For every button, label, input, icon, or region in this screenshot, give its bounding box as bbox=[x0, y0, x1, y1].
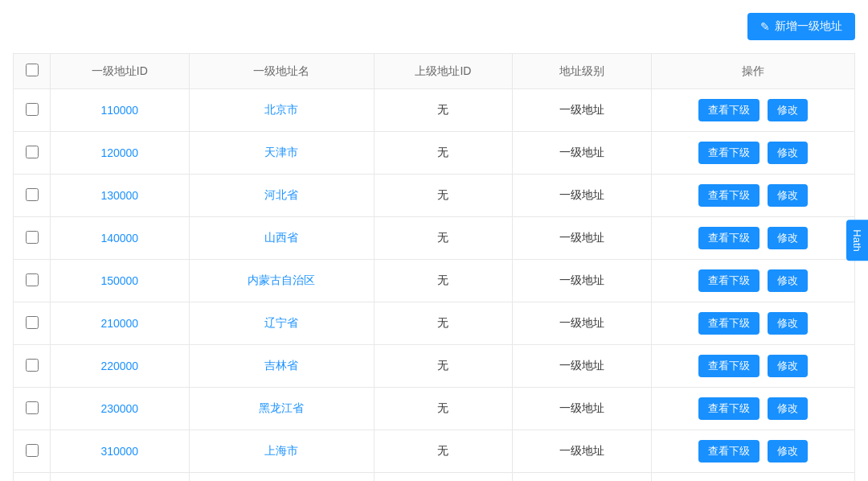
row-checkbox[interactable] bbox=[26, 444, 39, 457]
table-row: 130000 河北省 无 一级地址 查看下级 修改 bbox=[14, 175, 855, 217]
row-parent-id: 无 bbox=[374, 430, 513, 473]
row-level: 一级地址 bbox=[513, 89, 652, 132]
view-sub-button[interactable]: 查看下级 bbox=[698, 397, 760, 420]
row-checkbox-cell bbox=[14, 260, 51, 302]
row-level: 一级地址 bbox=[513, 473, 652, 482]
row-checkbox-cell bbox=[14, 388, 51, 430]
header-action: 操作 bbox=[651, 54, 854, 89]
row-id: 220000 bbox=[51, 345, 190, 388]
row-id: 320000 bbox=[51, 473, 190, 482]
row-name: 河北省 bbox=[189, 175, 374, 217]
view-sub-button[interactable]: 查看下级 bbox=[698, 142, 760, 164]
row-checkbox[interactable] bbox=[26, 146, 39, 158]
header-name: 一级地址名 bbox=[189, 54, 374, 89]
edit-button[interactable]: 修改 bbox=[768, 355, 808, 377]
edit-button[interactable]: 修改 bbox=[768, 312, 808, 335]
row-level: 一级地址 bbox=[513, 217, 652, 260]
edit-button[interactable]: 修改 bbox=[768, 184, 808, 207]
table-row: 120000 天津市 无 一级地址 查看下级 修改 bbox=[14, 132, 855, 175]
edit-button[interactable]: 修改 bbox=[768, 397, 808, 420]
row-parent-id: 无 bbox=[374, 473, 513, 482]
row-checkbox[interactable] bbox=[26, 103, 39, 116]
table-row: 320000 江苏省 无 一级地址 查看下级 修改 bbox=[14, 473, 855, 482]
row-name: 江苏省 bbox=[189, 473, 374, 482]
row-name: 黑龙江省 bbox=[189, 388, 374, 430]
row-name: 吉林省 bbox=[189, 345, 374, 388]
row-id: 120000 bbox=[51, 132, 190, 175]
row-level: 一级地址 bbox=[513, 430, 652, 473]
row-action: 查看下级 修改 bbox=[651, 388, 854, 430]
row-action: 查看下级 修改 bbox=[651, 302, 854, 345]
add-address-button[interactable]: ✎ 新增一级地址 bbox=[747, 13, 855, 40]
table-row: 150000 内蒙古自治区 无 一级地址 查看下级 修改 bbox=[14, 260, 855, 302]
row-level: 一级地址 bbox=[513, 260, 652, 302]
row-id: 140000 bbox=[51, 217, 190, 260]
row-level: 一级地址 bbox=[513, 175, 652, 217]
edit-button[interactable]: 修改 bbox=[768, 142, 808, 164]
edit-button[interactable]: 修改 bbox=[768, 227, 808, 249]
row-checkbox-cell bbox=[14, 473, 51, 482]
view-sub-button[interactable]: 查看下级 bbox=[698, 312, 760, 335]
table-row: 310000 上海市 无 一级地址 查看下级 修改 bbox=[14, 430, 855, 473]
row-action: 查看下级 修改 bbox=[651, 175, 854, 217]
table-row: 110000 北京市 无 一级地址 查看下级 修改 bbox=[14, 89, 855, 132]
row-action: 查看下级 修改 bbox=[651, 132, 854, 175]
row-parent-id: 无 bbox=[374, 89, 513, 132]
view-sub-button[interactable]: 查看下级 bbox=[698, 184, 760, 207]
page-wrapper: ✎ 新增一级地址 一级地址ID 一级地址名 上级地址ID 地址级别 操作 110… bbox=[0, 0, 868, 481]
right-tab[interactable]: Hath bbox=[846, 220, 868, 261]
row-parent-id: 无 bbox=[374, 217, 513, 260]
edit-button[interactable]: 修改 bbox=[768, 269, 808, 292]
row-level: 一级地址 bbox=[513, 345, 652, 388]
row-checkbox[interactable] bbox=[26, 188, 39, 201]
row-checkbox[interactable] bbox=[26, 359, 39, 372]
edit-button[interactable]: 修改 bbox=[768, 99, 808, 121]
table-body: 110000 北京市 无 一级地址 查看下级 修改 120000 天津市 无 一… bbox=[14, 89, 855, 482]
row-id: 110000 bbox=[51, 89, 190, 132]
row-action: 查看下级 修改 bbox=[651, 217, 854, 260]
view-sub-button[interactable]: 查看下级 bbox=[698, 227, 760, 249]
row-checkbox[interactable] bbox=[26, 231, 39, 244]
row-level: 一级地址 bbox=[513, 388, 652, 430]
row-name: 北京市 bbox=[189, 89, 374, 132]
row-parent-id: 无 bbox=[374, 260, 513, 302]
view-sub-button[interactable]: 查看下级 bbox=[698, 269, 760, 292]
row-checkbox[interactable] bbox=[26, 316, 39, 329]
row-parent-id: 无 bbox=[374, 345, 513, 388]
row-action: 查看下级 修改 bbox=[651, 345, 854, 388]
table-row: 230000 黑龙江省 无 一级地址 查看下级 修改 bbox=[14, 388, 855, 430]
row-checkbox[interactable] bbox=[26, 273, 39, 286]
row-action: 查看下级 修改 bbox=[651, 473, 854, 482]
row-level: 一级地址 bbox=[513, 132, 652, 175]
row-checkbox-cell bbox=[14, 430, 51, 473]
row-parent-id: 无 bbox=[374, 388, 513, 430]
table-row: 220000 吉林省 无 一级地址 查看下级 修改 bbox=[14, 345, 855, 388]
table-row: 140000 山西省 无 一级地址 查看下级 修改 bbox=[14, 217, 855, 260]
row-parent-id: 无 bbox=[374, 302, 513, 345]
row-id: 150000 bbox=[51, 260, 190, 302]
edit-button[interactable]: 修改 bbox=[768, 440, 808, 462]
row-action: 查看下级 修改 bbox=[651, 260, 854, 302]
table-header-row: 一级地址ID 一级地址名 上级地址ID 地址级别 操作 bbox=[14, 54, 855, 89]
row-checkbox[interactable] bbox=[26, 401, 39, 414]
row-name: 天津市 bbox=[189, 132, 374, 175]
row-name: 内蒙古自治区 bbox=[189, 260, 374, 302]
row-action: 查看下级 修改 bbox=[651, 430, 854, 473]
add-icon: ✎ bbox=[760, 20, 770, 33]
row-id: 130000 bbox=[51, 175, 190, 217]
row-checkbox-cell bbox=[14, 175, 51, 217]
header-checkbox-col bbox=[14, 54, 51, 89]
select-all-checkbox[interactable] bbox=[26, 64, 39, 76]
view-sub-button[interactable]: 查看下级 bbox=[698, 355, 760, 377]
row-checkbox-cell bbox=[14, 132, 51, 175]
header-parent-id: 上级地址ID bbox=[374, 54, 513, 89]
row-id: 310000 bbox=[51, 430, 190, 473]
add-button-label: 新增一级地址 bbox=[775, 19, 842, 34]
row-checkbox-cell bbox=[14, 345, 51, 388]
row-checkbox-cell bbox=[14, 89, 51, 132]
view-sub-button[interactable]: 查看下级 bbox=[698, 99, 760, 121]
view-sub-button[interactable]: 查看下级 bbox=[698, 440, 760, 462]
table-row: 210000 辽宁省 无 一级地址 查看下级 修改 bbox=[14, 302, 855, 345]
row-parent-id: 无 bbox=[374, 132, 513, 175]
row-id: 230000 bbox=[51, 388, 190, 430]
